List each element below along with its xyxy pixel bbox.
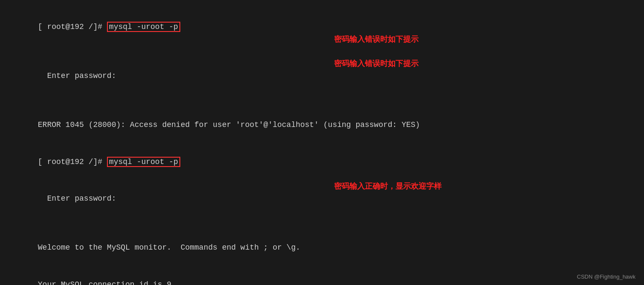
prompt-1: [ root@192 /]# <box>38 23 107 31</box>
enter-password-2: Enter password: <box>47 194 116 203</box>
error-text: ERROR 1045 (28000): Access denied for us… <box>38 121 420 129</box>
command-2: mysql -uroot -p <box>107 157 180 167</box>
command-1: mysql -uroot -p <box>107 22 180 32</box>
annotation-error: 密码输入错误时如下提示 <box>334 58 419 70</box>
annotation-success: 密码输入正确时，显示欢迎字样 <box>334 180 442 193</box>
line-5-wrapper: Enter password: 密码输入正确时，显示欢迎字样 <box>10 180 634 229</box>
annotation-wrong-password: 密码输入错误时如下提示 <box>334 33 419 46</box>
watermark: CSDN @Fighting_hawk <box>577 273 635 280</box>
line-2: Enter password: 密码输入错误时如下提示 <box>10 58 634 107</box>
line-2-wrapper: Enter password: 密码输入错误时如下提示 <box>10 58 634 107</box>
terminal-window: [ root@192 /]# mysql -uroot -p 密码输入错误时如下… <box>0 0 644 285</box>
prompt-2: [ root@192 /]# <box>38 158 107 166</box>
line-1: [ root@192 /]# mysql -uroot -p 密码输入错误时如下… <box>10 9 634 58</box>
terminal-content: [ root@192 /]# mysql -uroot -p 密码输入错误时如下… <box>10 9 634 285</box>
line-5: Enter password: 密码输入正确时，显示欢迎字样 <box>10 180 634 229</box>
welcome-text: Welcome to the MySQL monitor. Commands e… <box>38 243 300 252</box>
line-3: ERROR 1045 (28000): Access denied for us… <box>10 107 634 143</box>
line-7: Your MySQL connection id is 9 <box>10 266 634 285</box>
enter-password-1: Enter password: <box>47 72 116 80</box>
line-4: [ root@192 /]# mysql -uroot -p <box>10 144 634 180</box>
connection-id-text: Your MySQL connection id is 9 <box>38 280 171 285</box>
line-6: Welcome to the MySQL monitor. Commands e… <box>10 229 634 266</box>
